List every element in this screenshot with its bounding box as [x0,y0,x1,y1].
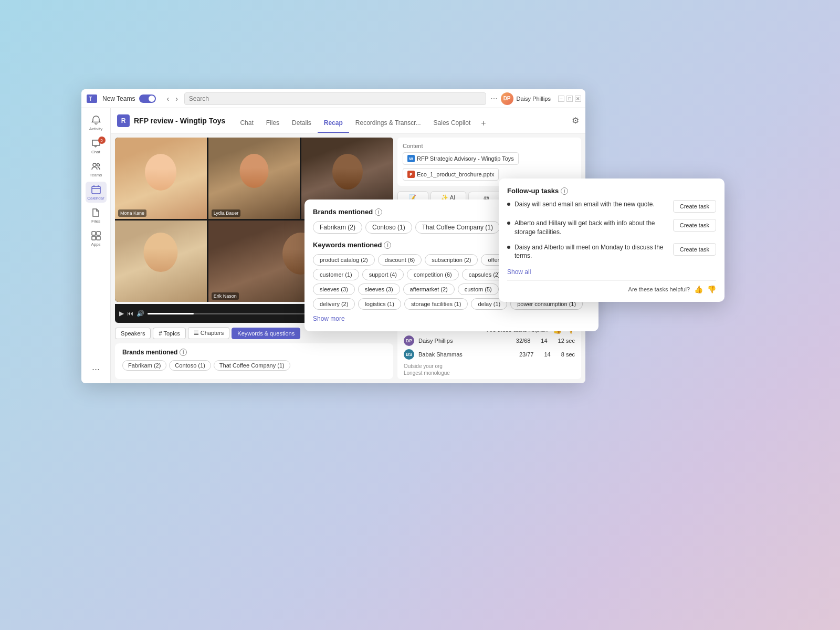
play-button[interactable]: ▶ [119,310,124,317]
participant-name-babak: Babak Shammas [418,351,515,358]
kw-product-catalog[interactable]: product catalog (2) [313,254,375,266]
popup-brand-fabrikam[interactable]: Fabrikam (2) [313,221,362,234]
popup-create-task-button-1[interactable]: Create task [673,200,716,213]
sidebar-more-icon[interactable]: ··· [88,360,104,379]
brands-info-icon[interactable]: i [180,349,187,356]
sidebar-item-activity[interactable]: Activity [86,112,107,133]
sidebar-calendar-label: Calendar [87,196,104,201]
popup-thumbs-up-button[interactable]: 👍 [694,285,703,293]
participant-row-daisy: DP Daisy Phillips 32/68 14 12 sec [404,334,575,348]
minimize-button[interactable]: – [558,96,564,102]
brands-tags-row: Fabrikam (2) Contoso (1) That Coffee Com… [122,360,386,371]
sidebar-item-files[interactable]: Files [86,205,107,226]
more-options-icon[interactable]: ··· [490,94,497,103]
back-button[interactable]: ‹ [164,93,171,104]
maximize-button[interactable]: □ [566,96,573,102]
tab-recap[interactable]: Recap [318,114,349,133]
popup-show-all-button[interactable]: Show all [507,268,531,276]
kw-delivery[interactable]: delivery (2) [313,298,355,310]
longest-monologue-label: Longest monologue [404,370,575,376]
kw-aftermarket[interactable]: aftermarket (2) [403,284,455,295]
brand-tag-fabrikam[interactable]: Fabrikam (2) [122,360,166,371]
brand-tag-coffee[interactable]: That Coffee Company (1) [214,360,290,371]
brand-tag-contoso[interactable]: Contoso (1) [169,360,211,371]
show-more-button[interactable]: Show more [313,315,345,322]
tab-details[interactable]: Details [286,114,318,133]
popup-create-task-button-3[interactable]: Create task [673,243,716,256]
popup-brands-info-icon[interactable]: i [375,208,382,216]
user-name-label: Daisy Phillips [517,96,551,102]
kw-sleeves2[interactable]: sleeves (3) [358,284,400,295]
sidebar-item-teams[interactable]: Teams [86,159,107,180]
tab-keywords[interactable]: Keywords & questions [232,328,300,339]
kw-sleeves1[interactable]: sleeves (3) [313,284,355,295]
rewind-button[interactable]: ⏮ [127,310,133,317]
participant-time-babak: 8 sec [561,351,575,358]
tab-speakers[interactable]: Speakers [115,328,151,339]
popup-helpful-text: Are these tasks helpful? [628,286,690,292]
avatar-babak: BS [404,349,414,360]
participant-name-daisy: Daisy Phillips [418,338,512,344]
sidebar-activity-label: Activity [89,127,102,131]
tab-chapters[interactable]: ☰ Chapters [188,327,230,339]
chat-badge: 5 [98,136,106,144]
sidebar-item-calendar[interactable]: Calendar [86,182,107,203]
svg-point-2 [93,163,96,166]
new-teams-label: New Teams [102,95,135,102]
sidebar-chat-label: Chat [91,150,100,154]
popup-task-bullet-3 [507,246,510,249]
kw-support[interactable]: support (4) [362,269,404,280]
popup-create-task-button-2[interactable]: Create task [673,219,716,232]
tasks-popup-title-text: Follow-up tasks [507,187,559,195]
avatar: DP [501,92,513,105]
popup-brand-contoso[interactable]: Contoso (1) [365,221,412,234]
svg-point-3 [97,163,99,166]
kw-competition[interactable]: competition (6) [407,269,459,280]
brands-section: Brands mentioned i Fabrikam (2) Contoso … [115,343,393,379]
popup-brand-coffee[interactable]: That Coffee Company (1) [415,221,500,234]
new-teams-toggle[interactable] [139,94,156,103]
title-bar-actions: ··· DP Daisy Phillips – □ ✕ [490,92,581,105]
face-mona [145,154,176,191]
kw-customer[interactable]: customer (1) [313,269,359,280]
tab-sales-copilot[interactable]: Sales Copilot [427,114,477,133]
sidebar-item-apps[interactable]: Apps [86,228,107,249]
video-label-lydia: Lydia Bauer [212,209,241,217]
sidebar-teams-label: Teams [90,173,102,177]
kw-storage[interactable]: storage facilities (1) [404,298,468,310]
tab-topics[interactable]: # Topics [153,328,185,339]
kw-subscription[interactable]: subscription (2) [425,254,478,266]
tasks-popup-info-icon[interactable]: i [561,187,568,195]
svg-text:T: T [89,96,92,102]
video-cell-participant4 [115,220,207,302]
popup-task-item-2: Alberto and Hillary will get back with i… [507,219,716,237]
add-tab-button[interactable]: + [477,114,490,133]
content-file-eco[interactable]: P Eco_1_product_brochure.pptx [403,168,499,181]
avatar-daisy: DP [404,335,414,346]
sidebar-item-chat[interactable]: 5 Chat [86,135,107,156]
video-cell-lydia: Lydia Bauer [208,138,300,219]
content-file-rfp[interactable]: W RFP Strategic Advisory - Wingtip Toys [403,152,519,165]
sidebar: Activity 5 Chat Teams Calendar Files [81,108,111,383]
popup-thumbs-down-button[interactable]: 👎 [707,285,716,293]
tab-chat[interactable]: Chat [234,114,259,133]
tab-recordings[interactable]: Recordings & Transcr... [349,114,427,133]
svg-rect-5 [92,232,96,235]
forward-button[interactable]: › [173,93,180,104]
word-icon: W [407,155,415,162]
channel-settings-button[interactable]: ⚙ [572,116,579,125]
popup-task-item-1: Daisy will send email an email with the … [507,200,716,213]
participant-time-daisy: 12 sec [558,338,575,344]
sidebar-files-label: Files [91,219,100,224]
content-label: Content [403,143,576,149]
volume-button[interactable]: 🔊 [136,310,144,317]
close-button[interactable]: ✕ [575,96,581,102]
search-input[interactable] [184,92,486,105]
tab-files[interactable]: Files [260,114,286,133]
popup-task-text-1: Daisy will send email an email with the … [514,200,669,209]
kw-custom[interactable]: custom (5) [458,284,499,295]
kw-discount[interactable]: discount (6) [378,254,422,266]
kw-logistics[interactable]: logistics (1) [358,298,401,310]
svg-rect-8 [97,236,100,240]
popup-keywords-info-icon[interactable]: i [384,242,391,249]
